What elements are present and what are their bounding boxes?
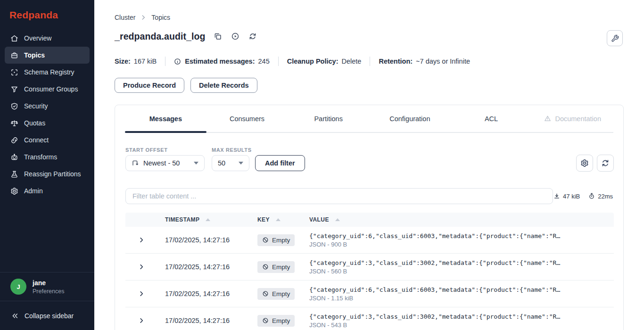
tab-partitions[interactable]: Partitions (288, 105, 369, 132)
sidebar-item-label: Reassign Partitions (24, 170, 81, 178)
info-icon (174, 58, 181, 65)
sidebar-item-reassign-partitions[interactable]: Reassign Partitions (5, 165, 90, 182)
refresh-messages-button[interactable] (597, 155, 614, 172)
sidebar-item-label: Topics (24, 51, 45, 59)
sort-icon (276, 218, 281, 221)
timestamp-cell: 17/02/2025, 14:27:16 (165, 263, 257, 271)
sidebar-item-label: Consumer Groups (24, 85, 78, 93)
tab-configuration[interactable]: Configuration (369, 105, 451, 132)
fetch-stats: 47 kiB 22ms (553, 188, 613, 204)
add-filter-button[interactable]: Add filter (255, 155, 305, 171)
tab-consumers[interactable]: Consumers (206, 105, 288, 132)
start-offset-select[interactable]: Newest - 50 (125, 155, 205, 171)
main-content: Cluster Topics _redpanda.audit_log Size:… (94, 0, 644, 330)
sidebar-item-consumer-groups[interactable]: Consumer Groups (5, 81, 90, 98)
expand-row-button[interactable] (125, 237, 165, 243)
copy-topic-name-button[interactable] (214, 32, 223, 41)
max-results-select[interactable]: 50 (212, 155, 249, 171)
key-empty-badge: Empty (257, 315, 295, 327)
download-size: 47 kiB (563, 193, 580, 200)
message-settings-button[interactable] (576, 155, 593, 172)
redpanda-logo: Redpanda (9, 9, 58, 21)
title-row: _redpanda.audit_log (115, 31, 258, 42)
sidebar-item-transforms[interactable]: Transforms (5, 148, 90, 165)
tab-messages[interactable]: Messages (125, 105, 206, 132)
funnel-icon (10, 85, 18, 93)
schema-registry-icon (10, 68, 18, 76)
table-row[interactable]: 17/02/2025, 14:27:16 Empty {"category_ui… (125, 280, 614, 307)
expand-row-button[interactable] (125, 317, 165, 324)
filter-table-input[interactable] (125, 188, 553, 204)
user-name: jane (33, 279, 64, 287)
sidebar-item-label: Quotas (24, 119, 45, 127)
chevron-right-icon (140, 14, 147, 21)
produce-record-button[interactable]: Produce Record (115, 78, 184, 93)
robot-icon (10, 153, 18, 161)
stopwatch-icon (588, 193, 595, 199)
play-topic-button[interactable] (231, 32, 240, 41)
stat-estimated-messages: Estimated messages: 245 (174, 58, 270, 65)
topic-actions: Produce Record Delete Records (115, 78, 257, 93)
max-results-label: MAX RESULTS (212, 147, 252, 153)
shield-check-icon (10, 102, 18, 110)
table-row[interactable]: 17/02/2025, 14:27:16 Empty {"category_ui… (125, 307, 614, 330)
key-empty-badge: Empty (257, 261, 295, 273)
table-row[interactable]: 17/02/2025, 14:27:16 Empty {"category_ui… (125, 227, 614, 254)
sidebar-item-admin[interactable]: Admin (5, 182, 90, 199)
avatar: J (10, 279, 26, 295)
warning-icon (544, 115, 551, 122)
delete-records-button[interactable]: Delete Records (190, 78, 257, 93)
expand-row-button[interactable] (125, 264, 165, 270)
expand-row-button[interactable] (125, 290, 165, 297)
user-preferences-link[interactable]: Preferences (33, 288, 64, 295)
tab-documentation[interactable]: Documentation (532, 105, 613, 132)
table-row[interactable]: 17/02/2025, 14:27:16 Empty {"category_ui… (125, 254, 614, 280)
scales-icon (10, 119, 18, 127)
topic-settings-button[interactable] (607, 30, 623, 46)
value-cell: {"category_uid":6,"class_uid":6003,"meta… (309, 286, 614, 302)
tab-bar: Messages Consumers Partitions Configurat… (125, 105, 613, 133)
sidebar-item-label: Transforms (24, 153, 57, 161)
empty-icon (262, 264, 269, 270)
sidebar-item-quotas[interactable]: Quotas (5, 115, 90, 132)
sidebar-item-security[interactable]: Security (5, 98, 90, 115)
sidebar-footer: J jane Preferences Collapse sidebar (0, 272, 94, 330)
gear-icon (10, 187, 18, 195)
sidebar-item-overview[interactable]: Overview (5, 30, 90, 47)
sort-icon (206, 218, 210, 221)
sidebar-item-schema-registry[interactable]: Schema Registry (5, 64, 90, 81)
newest-offset-icon (132, 159, 139, 167)
elapsed-time: 22ms (598, 193, 613, 200)
stat-cleanup-policy: Cleanup Policy: Delete (287, 58, 362, 65)
empty-icon (262, 317, 269, 324)
tab-acl[interactable]: ACL (451, 105, 532, 132)
messages-table: TIMESTAMP KEY VALUE 17/02/2025, 14:27:16 (125, 213, 614, 330)
sort-icon (335, 218, 340, 221)
column-key[interactable]: KEY (257, 216, 309, 223)
key-empty-badge: Empty (257, 288, 295, 300)
refresh-topic-button[interactable] (248, 32, 258, 41)
sidebar-item-topics[interactable]: Topics (5, 47, 90, 64)
stat-size: Size: 167 kiB (115, 58, 157, 65)
value-cell: {"category_uid":3,"class_uid":3002,"meta… (309, 313, 614, 329)
topics-icon (10, 51, 18, 59)
value-cell: {"category_uid":3,"class_uid":3002,"meta… (309, 259, 614, 275)
timestamp-cell: 17/02/2025, 14:27:16 (165, 290, 257, 297)
user-menu[interactable]: J jane Preferences (0, 272, 94, 301)
breadcrumb: Cluster Topics (115, 14, 170, 21)
topic-card: Messages Consumers Partitions Configurat… (115, 105, 624, 330)
empty-icon (262, 237, 269, 243)
sidebar: Redpanda Overview Topics Schema Registry… (0, 0, 94, 330)
empty-icon (262, 290, 269, 297)
sidebar-item-label: Admin (24, 187, 43, 195)
topic-stats: Size: 167 kiB Estimated messages: 245 Cl… (115, 57, 470, 66)
column-value[interactable]: VALUE (309, 216, 614, 223)
column-timestamp[interactable]: TIMESTAMP (165, 216, 257, 223)
breadcrumb-topics[interactable]: Topics (151, 14, 170, 21)
table-header: TIMESTAMP KEY VALUE (125, 213, 614, 227)
timestamp-cell: 17/02/2025, 14:27:16 (165, 236, 257, 244)
collapse-sidebar-label: Collapse sidebar (25, 312, 74, 320)
sidebar-item-connect[interactable]: Connect (5, 132, 90, 148)
breadcrumb-cluster[interactable]: Cluster (115, 14, 135, 21)
collapse-sidebar-button[interactable]: Collapse sidebar (0, 301, 94, 330)
